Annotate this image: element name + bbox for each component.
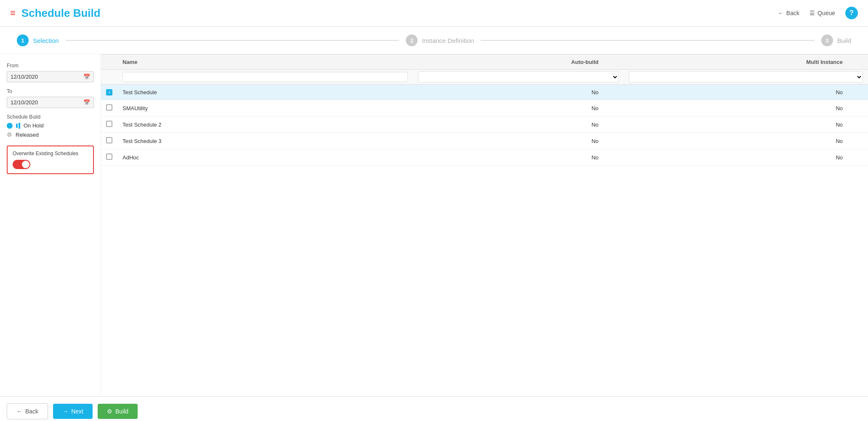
table-body: ✓Test ScheduleNoNoSMAUtilityNoNoTest Sch… bbox=[101, 85, 868, 166]
next-button-label: Next bbox=[71, 408, 83, 415]
step-selection: 1 Selection bbox=[17, 34, 59, 46]
step-instance-definition: 2 Instance Definition bbox=[406, 34, 474, 46]
from-date-input[interactable]: 12/10/2020 📅 bbox=[7, 71, 94, 82]
row-autobuild: No bbox=[413, 85, 624, 100]
from-label: From bbox=[7, 63, 94, 69]
row-checkbox-cell bbox=[101, 117, 117, 133]
row-name: SMAUtility bbox=[117, 100, 413, 117]
top-bar-right: ← Back ☰ Queue ? bbox=[778, 7, 858, 19]
queue-icon: ☰ bbox=[809, 10, 815, 16]
table-row[interactable]: SMAUtilityNoNo bbox=[101, 100, 868, 117]
col-multiinstance-header: Multi Instance bbox=[624, 55, 868, 70]
row-autobuild: No bbox=[413, 133, 624, 149]
row-multiinstance: No bbox=[624, 85, 868, 100]
table-wrap: Name Auto-build Multi Instance No bbox=[101, 54, 868, 396]
filter-checkbox-cell bbox=[101, 70, 117, 85]
queue-label: Queue bbox=[817, 10, 835, 16]
row-autobuild: No bbox=[413, 100, 624, 117]
filter-multiinstance-select[interactable]: No Yes bbox=[629, 71, 863, 82]
filter-multiinstance-cell: No Yes bbox=[624, 70, 868, 85]
toggle-wrap bbox=[13, 160, 88, 169]
on-hold-bars bbox=[16, 123, 20, 129]
bar-2 bbox=[19, 123, 20, 129]
row-multiinstance: No bbox=[624, 117, 868, 133]
from-field-group: From 12/10/2020 📅 bbox=[7, 63, 94, 82]
back-button-label: Back bbox=[25, 408, 38, 415]
overwrite-box: Overwrite Existing Schedules bbox=[7, 146, 94, 174]
step-build: 3 Build bbox=[821, 34, 851, 46]
footer-bar: ← Back → Next ⚙ Build bbox=[0, 396, 868, 421]
to-field-group: To 12/10/2020 📅 bbox=[7, 88, 94, 108]
back-header-button[interactable]: ← Back bbox=[778, 10, 799, 16]
row-name: AdHoc bbox=[117, 149, 413, 166]
bar-1 bbox=[16, 124, 18, 128]
main-layout: From 12/10/2020 📅 To 12/10/2020 📅 Schedu… bbox=[0, 54, 868, 396]
gear-icon: ⚙ bbox=[7, 131, 12, 138]
on-hold-dot bbox=[7, 123, 13, 129]
app-title: Schedule Build bbox=[21, 7, 101, 20]
row-autobuild: No bbox=[413, 117, 624, 133]
row-checkbox[interactable] bbox=[106, 154, 112, 160]
row-name: Test Schedule bbox=[117, 85, 413, 100]
row-checkbox[interactable] bbox=[106, 121, 112, 127]
step-2-label: Instance Definition bbox=[422, 37, 474, 44]
row-checkbox[interactable]: ✓ bbox=[106, 89, 112, 95]
to-calendar-icon[interactable]: 📅 bbox=[83, 99, 90, 106]
step-line-1 bbox=[66, 40, 399, 41]
table-row[interactable]: ✓Test ScheduleNoNo bbox=[101, 85, 868, 100]
overwrite-label: Overwrite Existing Schedules bbox=[13, 151, 88, 156]
queue-button[interactable]: ☰ Queue bbox=[809, 10, 835, 16]
back-button[interactable]: ← Back bbox=[7, 403, 48, 419]
row-checkbox[interactable] bbox=[106, 104, 112, 111]
on-hold-radio[interactable]: On Hold bbox=[7, 122, 94, 129]
step-3-label: Build bbox=[837, 37, 851, 44]
help-button[interactable]: ? bbox=[845, 7, 858, 19]
to-date-input[interactable]: 12/10/2020 📅 bbox=[7, 97, 94, 108]
filter-autobuild-cell: No Yes bbox=[413, 70, 624, 85]
row-multiinstance: No bbox=[624, 100, 868, 117]
step-line-2 bbox=[481, 40, 815, 41]
filter-name-cell bbox=[117, 70, 413, 85]
row-checkbox[interactable] bbox=[106, 137, 112, 143]
next-button[interactable]: → Next bbox=[53, 404, 93, 419]
back-arrow-icon: ← bbox=[16, 408, 22, 415]
top-bar: ≡ Schedule Build ← Back ☰ Queue ? bbox=[0, 0, 868, 27]
row-autobuild: No bbox=[413, 149, 624, 166]
row-name: Test Schedule 3 bbox=[117, 133, 413, 149]
row-checkbox-cell: ✓ bbox=[101, 85, 117, 100]
content-area: Name Auto-build Multi Instance No bbox=[101, 54, 868, 396]
step-3-circle: 3 bbox=[821, 34, 833, 46]
table-row[interactable]: AdHocNoNo bbox=[101, 149, 868, 166]
row-checkbox-cell bbox=[101, 149, 117, 166]
row-checkbox-cell bbox=[101, 133, 117, 149]
row-multiinstance: No bbox=[624, 149, 868, 166]
table-row[interactable]: Test Schedule 3NoNo bbox=[101, 133, 868, 149]
build-gear-icon: ⚙ bbox=[107, 408, 112, 415]
from-date-value: 12/10/2020 bbox=[11, 74, 38, 80]
hamburger-icon[interactable]: ≡ bbox=[10, 8, 16, 19]
arrow-left-icon: ← bbox=[778, 10, 784, 16]
schedule-build-group: Schedule Build On Hold ⚙ Released bbox=[7, 114, 94, 138]
overwrite-toggle[interactable] bbox=[13, 160, 30, 169]
schedules-table: Name Auto-build Multi Instance No bbox=[101, 55, 868, 166]
schedule-build-label: Schedule Build bbox=[7, 114, 94, 120]
next-arrow-icon: → bbox=[62, 408, 68, 415]
row-name: Test Schedule 2 bbox=[117, 117, 413, 133]
step-1-circle: 1 bbox=[17, 34, 29, 46]
released-radio[interactable]: ⚙ Released bbox=[7, 131, 94, 138]
step-1-label: Selection bbox=[33, 37, 59, 44]
row-checkbox-cell bbox=[101, 100, 117, 117]
step-2-circle: 2 bbox=[406, 34, 418, 46]
radio-group: On Hold ⚙ Released bbox=[7, 122, 94, 138]
filter-autobuild-select[interactable]: No Yes bbox=[418, 71, 619, 82]
col-autobuild-header: Auto-build bbox=[413, 55, 624, 70]
table-row[interactable]: Test Schedule 2NoNo bbox=[101, 117, 868, 133]
from-calendar-icon[interactable]: 📅 bbox=[83, 74, 90, 80]
filter-name-input[interactable] bbox=[122, 72, 408, 82]
col-checkbox bbox=[101, 55, 117, 70]
col-name-header: Name bbox=[117, 55, 413, 70]
to-label: To bbox=[7, 88, 94, 94]
back-header-label: Back bbox=[786, 10, 799, 16]
build-button[interactable]: ⚙ Build bbox=[98, 404, 138, 419]
stepper: 1 Selection 2 Instance Definition 3 Buil… bbox=[0, 27, 868, 54]
